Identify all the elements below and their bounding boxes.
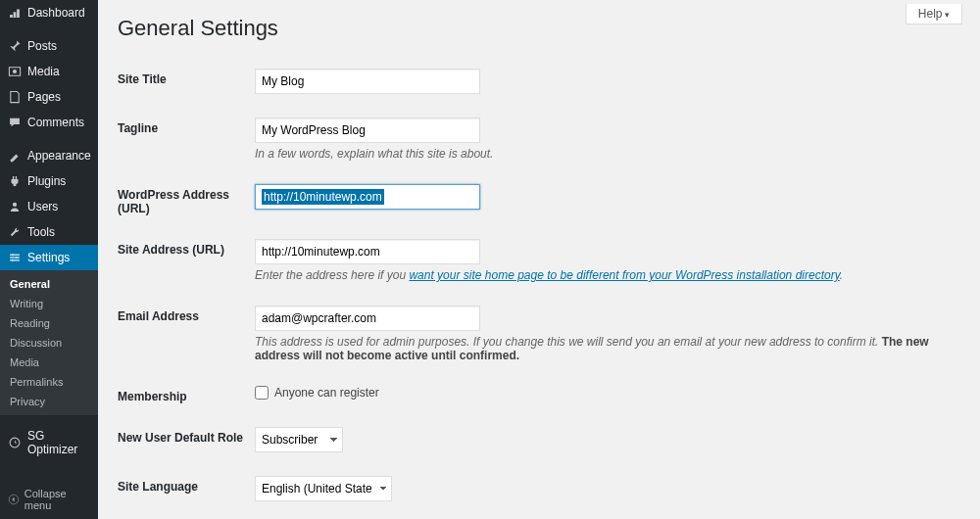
dashboard-icon [8, 6, 22, 20]
plugins-icon [8, 174, 22, 188]
page-title: General Settings [118, 16, 960, 41]
submenu-item-reading[interactable]: Reading [0, 313, 98, 333]
menu-label: Posts [27, 39, 57, 53]
collapse-label: Collapse menu [24, 488, 90, 511]
admin-sidebar: Dashboard Posts Media Pages Comments App… [0, 0, 98, 519]
wp-url-selected-value: http://10minutewp.com [262, 189, 384, 205]
submenu-item-general[interactable]: General [0, 274, 98, 294]
tagline-label: Tagline [118, 108, 255, 174]
svg-point-6 [16, 257, 18, 259]
site-url-help-link[interactable]: want your site home page to be different… [409, 268, 839, 282]
site-url-label: Site Address (URL) [118, 229, 255, 296]
sidebar-item-comments[interactable]: Comments [0, 110, 98, 135]
svg-point-5 [12, 254, 14, 256]
optimizer-icon [8, 436, 22, 449]
menu-label: Plugins [27, 174, 66, 188]
svg-point-7 [12, 260, 14, 261]
comments-icon [8, 116, 22, 129]
site-title-input[interactable] [255, 69, 480, 94]
sidebar-item-media[interactable]: Media [0, 59, 98, 84]
menu-label: Appearance [27, 149, 91, 163]
submenu-item-discussion[interactable]: Discussion [0, 333, 98, 353]
svg-rect-3 [10, 257, 20, 258]
default-role-label: New User Default Role [118, 417, 255, 466]
menu-label: Pages [27, 90, 61, 104]
collapse-icon [8, 493, 21, 506]
submenu-item-permalinks[interactable]: Permalinks [0, 372, 98, 392]
tagline-input[interactable] [255, 118, 480, 143]
email-description: This address is used for admin purposes.… [255, 335, 960, 362]
email-label: Email Address [118, 296, 255, 376]
tools-icon [8, 225, 22, 239]
sidebar-item-settings[interactable]: Settings [0, 245, 98, 270]
membership-checkbox-label[interactable]: Anyone can register [255, 386, 960, 400]
sidebar-item-dashboard[interactable]: Dashboard [0, 0, 98, 25]
settings-icon [8, 251, 22, 264]
svg-rect-4 [10, 260, 20, 260]
svg-point-0 [13, 70, 17, 73]
menu-label: Tools [27, 225, 55, 239]
media-icon [8, 65, 22, 78]
sidebar-item-sg-optimizer[interactable]: SG Optimizer [0, 423, 98, 462]
main-content: Help General Settings Site Title Tagline… [98, 0, 980, 519]
pin-icon [8, 39, 22, 53]
sidebar-item-users[interactable]: Users [0, 194, 98, 219]
menu-label: Comments [27, 116, 84, 129]
menu-label: Users [27, 200, 58, 213]
submenu-item-media[interactable]: Media [0, 353, 98, 372]
sidebar-item-pages[interactable]: Pages [0, 84, 98, 110]
sidebar-item-posts[interactable]: Posts [0, 33, 98, 59]
svg-point-1 [13, 203, 17, 207]
site-url-description: Enter the address here if you want your … [255, 268, 960, 282]
site-url-input[interactable] [255, 239, 480, 264]
help-tab[interactable]: Help [906, 4, 962, 24]
pages-icon [8, 90, 22, 104]
settings-form: Site Title Tagline In a few words, expla… [118, 59, 960, 519]
timezone-label: Timezone [118, 515, 255, 519]
users-icon [8, 200, 22, 213]
membership-checkbox[interactable] [255, 386, 269, 400]
wp-url-label: WordPress Address (URL) [118, 174, 255, 229]
submenu-item-privacy[interactable]: Privacy [0, 392, 98, 411]
default-role-select[interactable]: Subscriber [255, 427, 343, 452]
sidebar-item-plugins[interactable]: Plugins [0, 168, 98, 194]
site-title-label: Site Title [118, 59, 255, 108]
submenu-item-writing[interactable]: Writing [0, 294, 98, 313]
menu-label: Media [27, 65, 60, 78]
sidebar-item-appearance[interactable]: Appearance [0, 143, 98, 168]
settings-submenu: General Writing Reading Discussion Media… [0, 270, 98, 415]
menu-label: Dashboard [27, 6, 85, 20]
language-select[interactable]: English (United States) [255, 476, 392, 501]
appearance-icon [8, 149, 22, 163]
collapse-menu-button[interactable]: Collapse menu [0, 480, 98, 519]
sidebar-item-tools[interactable]: Tools [0, 219, 98, 245]
menu-label: SG Optimizer [27, 429, 90, 456]
svg-rect-2 [10, 255, 20, 256]
membership-label: Membership [118, 376, 255, 417]
email-input[interactable] [255, 306, 480, 331]
wp-url-input[interactable]: http://10minutewp.com [255, 184, 480, 210]
menu-label: Settings [27, 251, 70, 264]
language-label: Site Language [118, 466, 255, 515]
tagline-description: In a few words, explain what this site i… [255, 147, 960, 161]
